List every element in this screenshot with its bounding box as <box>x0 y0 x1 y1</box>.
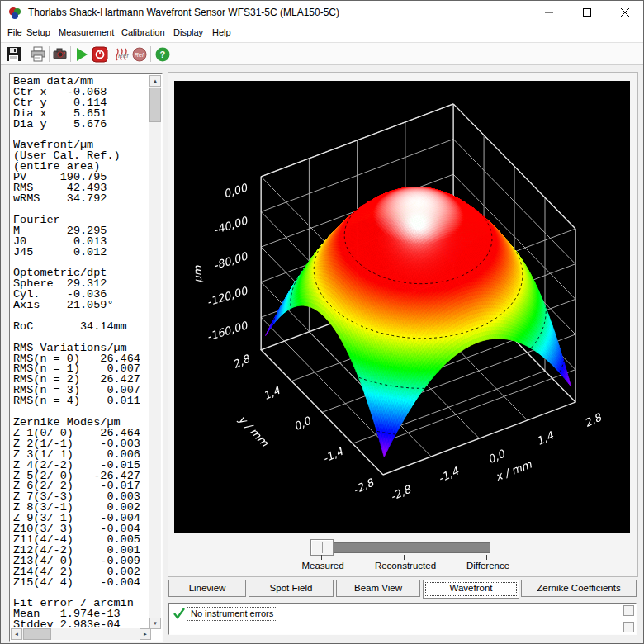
tab-spot-field[interactable]: Spot Field <box>249 580 334 597</box>
wavefront-plot-panel: 0,00-40,00-80,00-120,00-160,002,81,40,0-… <box>168 72 638 577</box>
measurement-readout: Beam data/mm Ctr x -0.068 Ctr y 0.114 Di… <box>13 77 155 628</box>
window-title: Thorlabs Shack-Hartmann Wavefront Sensor… <box>28 7 339 18</box>
status-message: No instrument errors <box>187 607 277 621</box>
scroll-up-icon[interactable]: ▲ <box>149 75 161 87</box>
toolbar: Ref Ref ? <box>1 42 643 65</box>
menu-bar: FileSetupMeasurementCalibrationDisplayHe… <box>1 25 643 42</box>
slider-label-measured: Measured <box>301 561 343 571</box>
reference-user-icon[interactable]: Ref <box>131 46 148 63</box>
vscroll-thumb[interactable] <box>149 88 161 122</box>
slider-label-difference: Difference <box>466 561 509 571</box>
minimize-button[interactable] <box>530 1 568 25</box>
display-mode-slider-track[interactable] <box>312 542 490 553</box>
vertical-scrollbar[interactable]: ▲ ▼ <box>149 75 161 629</box>
app-window: Thorlabs Shack-Hartmann Wavefront Sensor… <box>0 0 644 644</box>
svg-text:Ref: Ref <box>118 52 129 59</box>
camera-icon[interactable] <box>52 46 69 63</box>
tab-wavefront[interactable]: Wavefront <box>423 580 519 599</box>
menu-item-measurement[interactable]: Measurement <box>59 27 114 37</box>
hscroll-thumb[interactable] <box>23 628 51 640</box>
scroll-right-icon[interactable]: ► <box>140 628 151 640</box>
save-icon[interactable] <box>6 46 22 63</box>
status-ok-icon <box>173 607 186 620</box>
tab-beam-view[interactable]: Beam View <box>336 580 420 597</box>
menu-item-display[interactable]: Display <box>173 27 203 37</box>
wavefront-3d-plot <box>174 81 630 533</box>
status-grip-top[interactable] <box>623 605 634 616</box>
menu-item-file[interactable]: File <box>7 27 22 37</box>
scroll-left-icon[interactable]: ◄ <box>11 628 22 640</box>
status-bar: No instrument errors <box>168 603 637 635</box>
svg-text:Ref: Ref <box>135 52 144 58</box>
scroll-down-icon[interactable]: ▼ <box>149 618 161 629</box>
status-grip-bottom[interactable] <box>623 622 634 632</box>
maximize-button[interactable] <box>568 1 606 25</box>
title-bar: Thorlabs Shack-Hartmann Wavefront Sensor… <box>1 1 643 25</box>
slider-tick <box>486 555 487 560</box>
svg-text:?: ? <box>160 50 166 59</box>
tab-lineview[interactable]: Lineview <box>168 580 246 597</box>
tab-zernike-coefficients[interactable]: Zernike Coefficients <box>521 580 637 597</box>
display-mode-slider-thumb[interactable] <box>310 539 334 556</box>
close-button[interactable] <box>606 1 644 25</box>
beam-data-panel: Beam data/mm Ctr x -0.068 Ctr y 0.114 Di… <box>9 73 163 642</box>
menu-item-calibration[interactable]: Calibration <box>121 27 165 37</box>
menu-item-setup[interactable]: Setup <box>26 27 50 37</box>
menu-item-help[interactable]: Help <box>212 27 231 37</box>
slider-label-reconstructed: Reconstructed <box>375 561 436 571</box>
app-icon <box>8 6 22 20</box>
help-icon[interactable]: ? <box>154 46 171 63</box>
slider-tick <box>321 555 322 560</box>
slider-tick <box>404 555 405 560</box>
reference-flat-icon[interactable]: Ref <box>114 46 130 63</box>
start-icon[interactable] <box>73 46 90 63</box>
stop-icon[interactable] <box>92 46 108 63</box>
horizontal-scrollbar[interactable]: ◄ ► <box>11 628 151 640</box>
print-icon[interactable] <box>30 46 46 63</box>
